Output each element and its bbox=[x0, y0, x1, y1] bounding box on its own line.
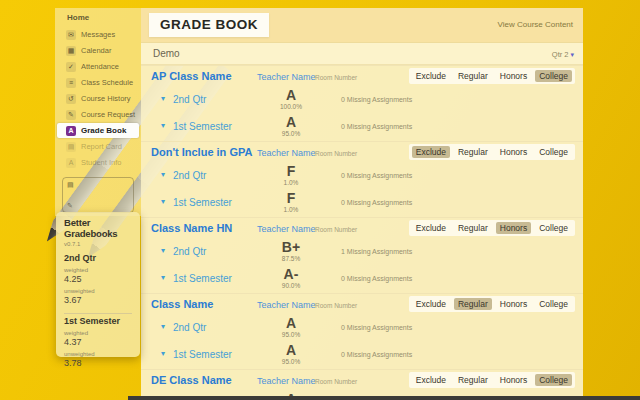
sidebar-home-label[interactable]: Home bbox=[55, 11, 141, 26]
grade-letter: F bbox=[273, 191, 309, 206]
sidebar: Home ✉ Messages ▦ Calendar ✓ Attendance … bbox=[55, 8, 141, 216]
missing-assignments-label: 1 Missing Assignments bbox=[341, 248, 412, 255]
grade-row[interactable]: ▾ 1st Semester A- 90.0% 0 Missing Assign… bbox=[141, 266, 583, 293]
grading-period-label[interactable]: 1st Semester bbox=[173, 197, 232, 208]
grade-percent: 100.0% bbox=[273, 103, 309, 111]
chevron-down-icon[interactable]: ▾ bbox=[161, 246, 165, 255]
sidebar-item-grade-book[interactable]: A Grade Book bbox=[57, 123, 139, 138]
term-selector[interactable]: Qtr 2▾ bbox=[552, 50, 574, 59]
type-button-exclude[interactable]: Exclude bbox=[412, 298, 450, 310]
room-number-label: Room Number bbox=[315, 150, 357, 157]
type-button-exclude[interactable]: Exclude bbox=[412, 222, 450, 234]
type-button-college[interactable]: College bbox=[535, 222, 572, 234]
chevron-down-icon[interactable]: ▾ bbox=[161, 322, 165, 331]
grading-period-label[interactable]: 1st Semester bbox=[173, 121, 232, 132]
grade-row[interactable]: ▾ 2nd Qtr F 1.0% 0 Missing Assignments bbox=[141, 163, 583, 190]
room-number-label: Room Number bbox=[315, 378, 357, 385]
school-row[interactable]: Demo Qtr 2▾ bbox=[141, 43, 583, 65]
sidebar-item-course-request[interactable]: ✎ Course Request bbox=[57, 107, 139, 122]
sidebar-item-report-card[interactable]: ▤ Report Card bbox=[57, 139, 139, 154]
grade-row[interactable]: ▾ 1st Semester A 95.0% 0 Missing Assignm… bbox=[141, 342, 583, 369]
type-button-regular[interactable]: Regular bbox=[454, 222, 492, 234]
grade-letter: B+ bbox=[273, 240, 309, 255]
type-button-honors[interactable]: Honors bbox=[496, 70, 531, 82]
school-name: Demo bbox=[153, 48, 180, 59]
type-button-honors[interactable]: Honors bbox=[496, 146, 531, 158]
class-section-class-name-hn: Class Name HN Teacher Name Room Number E… bbox=[141, 217, 583, 293]
view-course-content-link[interactable]: View Course Content bbox=[498, 20, 573, 29]
better-gradebooks-panel: Better Gradebooks v0.7.1 2nd Qtr weighte… bbox=[56, 212, 140, 357]
sidebar-item-calendar[interactable]: ▦ Calendar bbox=[57, 43, 139, 58]
grade-row[interactable]: ▾ 1st Semester A 95.0% 0 Missing Assignm… bbox=[141, 114, 583, 141]
report-card-icon: ▤ bbox=[66, 142, 76, 152]
sidebar-item-attendance[interactable]: ✓ Attendance bbox=[57, 59, 139, 74]
type-button-exclude[interactable]: Exclude bbox=[412, 374, 450, 386]
sidebar-items: ✉ Messages ▦ Calendar ✓ Attendance ≡ Cla… bbox=[55, 27, 141, 170]
type-button-college[interactable]: College bbox=[535, 374, 572, 386]
chevron-down-icon[interactable]: ▾ bbox=[161, 273, 165, 282]
sidebar-item-student-info[interactable]: A Student Info bbox=[57, 155, 139, 170]
class-section-header: DE Class Name Teacher Name Room Number E… bbox=[141, 370, 583, 391]
grading-period-label[interactable]: 1st Semester bbox=[173, 349, 232, 360]
missing-assignments-label: 0 Missing Assignments bbox=[341, 172, 412, 179]
class-name-link[interactable]: DE Class Name bbox=[151, 374, 232, 386]
chevron-down-icon[interactable]: ▾ bbox=[161, 349, 165, 358]
grading-period-label[interactable]: 2nd Qtr bbox=[173, 322, 206, 333]
sidebar-item-course-history[interactable]: ↺ Course History bbox=[57, 91, 139, 106]
grade-row[interactable]: ▾ 1st Semester F 1.0% 0 Missing Assignme… bbox=[141, 190, 583, 217]
class-section-class-name: Class Name Teacher Name Room Number Excl… bbox=[141, 293, 583, 369]
teacher-name-link[interactable]: Teacher Name bbox=[257, 376, 316, 386]
grade-percent: 87.5% bbox=[273, 255, 309, 263]
unweighted-gpa-value: 3.67 bbox=[64, 295, 132, 305]
class-sections: AP Class Name Teacher Name Room Number E… bbox=[141, 65, 583, 400]
grading-period-label[interactable]: 2nd Qtr bbox=[173, 94, 206, 105]
teacher-name-link[interactable]: Teacher Name bbox=[257, 148, 316, 158]
grade-row[interactable]: ▾ 2nd Qtr A 95.0% 0 Missing Assignments bbox=[141, 315, 583, 342]
grade-letter: A bbox=[273, 343, 309, 358]
type-button-college[interactable]: College bbox=[535, 298, 572, 310]
type-button-regular[interactable]: Regular bbox=[454, 146, 492, 158]
class-name-link[interactable]: Class Name bbox=[151, 298, 213, 310]
type-button-college[interactable]: College bbox=[535, 146, 572, 158]
missing-assignments-label: 0 Missing Assignments bbox=[341, 351, 412, 358]
grade-block: F 1.0% bbox=[273, 164, 309, 187]
type-button-honors[interactable]: Honors bbox=[496, 298, 531, 310]
grading-period-label[interactable]: 1st Semester bbox=[173, 273, 232, 284]
room-number-label: Room Number bbox=[315, 74, 357, 81]
grade-row[interactable]: ▾ 2nd Qtr B+ 87.5% 1 Missing Assignments bbox=[141, 239, 583, 266]
type-button-exclude[interactable]: Exclude bbox=[412, 146, 450, 158]
grade-row[interactable]: ▾ 2nd Qtr A 100.0% 0 Missing Assignments bbox=[141, 87, 583, 114]
teacher-name-link[interactable]: Teacher Name bbox=[257, 300, 316, 310]
sidebar-item-class-schedule[interactable]: ≡ Class Schedule bbox=[57, 75, 139, 90]
grading-period-label[interactable]: 2nd Qtr bbox=[173, 246, 206, 257]
type-button-exclude[interactable]: Exclude bbox=[412, 70, 450, 82]
chevron-down-icon: ▾ bbox=[570, 51, 574, 58]
type-button-college[interactable]: College bbox=[535, 70, 572, 82]
chevron-down-icon[interactable]: ▾ bbox=[161, 94, 165, 103]
chevron-down-icon[interactable]: ▾ bbox=[161, 170, 165, 179]
type-button-regular[interactable]: Regular bbox=[454, 374, 492, 386]
type-button-regular[interactable]: Regular bbox=[454, 298, 492, 310]
teacher-name-link[interactable]: Teacher Name bbox=[257, 224, 316, 234]
type-button-honors[interactable]: Honors bbox=[496, 374, 531, 386]
class-section-header: Class Name Teacher Name Room Number Excl… bbox=[141, 294, 583, 315]
grade-block: F 1.0% bbox=[273, 191, 309, 214]
class-name-link[interactable]: Class Name HN bbox=[151, 222, 232, 234]
class-type-toggle-group: ExcludeRegularHonorsCollege bbox=[409, 68, 575, 84]
student-info-icon: A bbox=[66, 158, 76, 168]
bottom-bar bbox=[128, 396, 640, 400]
grade-percent: 90.0% bbox=[273, 282, 309, 290]
teacher-name-link[interactable]: Teacher Name bbox=[257, 72, 316, 82]
attachment-icon: ✎ bbox=[67, 202, 129, 209]
class-name-link[interactable]: AP Class Name bbox=[151, 70, 232, 82]
chevron-down-icon[interactable]: ▾ bbox=[161, 197, 165, 206]
weighted-label: weighted bbox=[64, 267, 132, 273]
page-title: GRADE BOOK bbox=[149, 13, 269, 37]
class-name-link[interactable]: Don't Inclue in GPA bbox=[151, 146, 252, 158]
chevron-down-icon[interactable]: ▾ bbox=[161, 121, 165, 130]
type-button-honors[interactable]: Honors bbox=[496, 222, 531, 234]
missing-assignments-label: 0 Missing Assignments bbox=[341, 275, 412, 282]
type-button-regular[interactable]: Regular bbox=[454, 70, 492, 82]
sidebar-item-messages[interactable]: ✉ Messages bbox=[57, 27, 139, 42]
grading-period-label[interactable]: 2nd Qtr bbox=[173, 170, 206, 181]
